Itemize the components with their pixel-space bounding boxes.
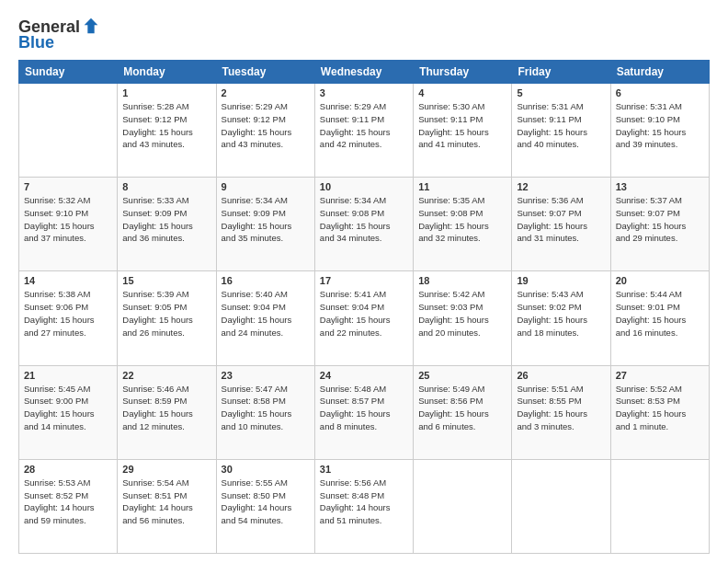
- day-info: Sunrise: 5:52 AM Sunset: 8:53 PM Dayligh…: [616, 383, 704, 433]
- calendar-cell: 22Sunrise: 5:46 AM Sunset: 8:59 PM Dayli…: [118, 365, 216, 459]
- calendar-cell: 6Sunrise: 5:31 AM Sunset: 9:10 PM Daylig…: [610, 84, 709, 178]
- day-info: Sunrise: 5:49 AM Sunset: 8:56 PM Dayligh…: [418, 383, 506, 433]
- col-header-wednesday: Wednesday: [314, 61, 413, 84]
- day-info: Sunrise: 5:45 AM Sunset: 9:00 PM Dayligh…: [24, 383, 112, 433]
- calendar-cell: 18Sunrise: 5:42 AM Sunset: 9:03 PM Dayli…: [414, 271, 512, 365]
- calendar-cell: 2Sunrise: 5:29 AM Sunset: 9:12 PM Daylig…: [216, 84, 314, 178]
- calendar-cell: 3Sunrise: 5:29 AM Sunset: 9:11 PM Daylig…: [314, 84, 413, 178]
- calendar-cell: 27Sunrise: 5:52 AM Sunset: 8:53 PM Dayli…: [610, 365, 709, 459]
- day-info: Sunrise: 5:55 AM Sunset: 8:50 PM Dayligh…: [222, 477, 310, 527]
- calendar-cell: 17Sunrise: 5:41 AM Sunset: 9:04 PM Dayli…: [314, 271, 413, 365]
- calendar-cell: 1Sunrise: 5:28 AM Sunset: 9:12 PM Daylig…: [118, 84, 216, 178]
- day-number: 13: [616, 181, 704, 192]
- day-number: 24: [320, 370, 408, 381]
- calendar-cell: [512, 459, 610, 553]
- day-number: 22: [122, 370, 210, 381]
- day-number: 7: [24, 181, 112, 192]
- day-info: Sunrise: 5:54 AM Sunset: 8:51 PM Dayligh…: [122, 477, 210, 527]
- day-info: Sunrise: 5:31 AM Sunset: 9:11 PM Dayligh…: [517, 100, 605, 151]
- col-header-sunday: Sunday: [19, 61, 118, 84]
- calendar-cell: 14Sunrise: 5:38 AM Sunset: 9:06 PM Dayli…: [19, 271, 118, 365]
- col-header-friday: Friday: [512, 61, 610, 84]
- day-info: Sunrise: 5:53 AM Sunset: 8:52 PM Dayligh…: [24, 477, 112, 527]
- header: General Blue: [18, 17, 710, 52]
- day-number: 15: [122, 275, 210, 286]
- day-info: Sunrise: 5:30 AM Sunset: 9:11 PM Dayligh…: [418, 100, 506, 151]
- day-number: 21: [24, 370, 112, 381]
- day-info: Sunrise: 5:36 AM Sunset: 9:07 PM Dayligh…: [517, 194, 605, 245]
- calendar-cell: 8Sunrise: 5:33 AM Sunset: 9:09 PM Daylig…: [118, 178, 216, 271]
- day-number: 10: [320, 181, 408, 192]
- calendar-cell: 11Sunrise: 5:35 AM Sunset: 9:08 PM Dayli…: [414, 178, 512, 271]
- day-number: 18: [418, 275, 506, 286]
- calendar-week-row: 1Sunrise: 5:28 AM Sunset: 9:12 PM Daylig…: [19, 84, 710, 178]
- day-number: 17: [320, 275, 408, 286]
- calendar-cell: [610, 459, 709, 553]
- day-info: Sunrise: 5:48 AM Sunset: 8:57 PM Dayligh…: [320, 383, 408, 433]
- calendar-cell: 9Sunrise: 5:34 AM Sunset: 9:09 PM Daylig…: [216, 178, 314, 271]
- calendar-cell: 28Sunrise: 5:53 AM Sunset: 8:52 PM Dayli…: [19, 459, 118, 553]
- day-number: 5: [517, 87, 605, 98]
- calendar-cell: 7Sunrise: 5:32 AM Sunset: 9:10 PM Daylig…: [19, 178, 118, 271]
- day-info: Sunrise: 5:35 AM Sunset: 9:08 PM Dayligh…: [418, 194, 506, 245]
- calendar-cell: 30Sunrise: 5:55 AM Sunset: 8:50 PM Dayli…: [216, 459, 314, 553]
- calendar-cell: 31Sunrise: 5:56 AM Sunset: 8:48 PM Dayli…: [314, 459, 413, 553]
- day-info: Sunrise: 5:29 AM Sunset: 9:11 PM Dayligh…: [320, 100, 408, 151]
- day-number: 16: [222, 275, 310, 286]
- day-info: Sunrise: 5:40 AM Sunset: 9:04 PM Dayligh…: [222, 288, 310, 339]
- day-number: 11: [418, 181, 506, 192]
- calendar-cell: 13Sunrise: 5:37 AM Sunset: 9:07 PM Dayli…: [610, 178, 709, 271]
- day-number: 29: [122, 464, 210, 475]
- calendar-table: SundayMondayTuesdayWednesdayThursdayFrid…: [18, 60, 710, 554]
- day-info: Sunrise: 5:33 AM Sunset: 9:09 PM Dayligh…: [122, 194, 210, 245]
- day-number: 4: [418, 87, 506, 98]
- day-info: Sunrise: 5:37 AM Sunset: 9:07 PM Dayligh…: [616, 194, 704, 245]
- calendar-cell: 12Sunrise: 5:36 AM Sunset: 9:07 PM Dayli…: [512, 178, 610, 271]
- calendar-cell: 21Sunrise: 5:45 AM Sunset: 9:00 PM Dayli…: [19, 365, 118, 459]
- day-info: Sunrise: 5:34 AM Sunset: 9:08 PM Dayligh…: [320, 194, 408, 245]
- calendar-cell: 16Sunrise: 5:40 AM Sunset: 9:04 PM Dayli…: [216, 271, 314, 365]
- day-info: Sunrise: 5:47 AM Sunset: 8:58 PM Dayligh…: [222, 383, 310, 433]
- day-info: Sunrise: 5:44 AM Sunset: 9:01 PM Dayligh…: [616, 288, 704, 339]
- calendar-cell: 4Sunrise: 5:30 AM Sunset: 9:11 PM Daylig…: [414, 84, 512, 178]
- svg-marker-0: [85, 18, 98, 34]
- calendar-cell: 26Sunrise: 5:51 AM Sunset: 8:55 PM Dayli…: [512, 365, 610, 459]
- day-info: Sunrise: 5:41 AM Sunset: 9:04 PM Dayligh…: [320, 288, 408, 339]
- calendar-week-row: 7Sunrise: 5:32 AM Sunset: 9:10 PM Daylig…: [19, 178, 710, 271]
- logo-icon: [81, 17, 101, 37]
- calendar-cell: 5Sunrise: 5:31 AM Sunset: 9:11 PM Daylig…: [512, 84, 610, 178]
- logo-blue: Blue: [18, 33, 54, 52]
- day-number: 8: [122, 181, 210, 192]
- logo: General Blue: [18, 17, 102, 52]
- day-number: 6: [616, 87, 704, 98]
- day-info: Sunrise: 5:31 AM Sunset: 9:10 PM Dayligh…: [616, 100, 704, 151]
- day-number: 26: [517, 370, 605, 381]
- day-info: Sunrise: 5:51 AM Sunset: 8:55 PM Dayligh…: [517, 383, 605, 433]
- day-number: 28: [24, 464, 112, 475]
- day-info: Sunrise: 5:29 AM Sunset: 9:12 PM Dayligh…: [222, 100, 310, 151]
- day-number: 20: [616, 275, 704, 286]
- calendar-cell: 25Sunrise: 5:49 AM Sunset: 8:56 PM Dayli…: [414, 365, 512, 459]
- calendar-cell: [19, 84, 118, 178]
- day-number: 3: [320, 87, 408, 98]
- calendar-cell: 24Sunrise: 5:48 AM Sunset: 8:57 PM Dayli…: [314, 365, 413, 459]
- day-info: Sunrise: 5:43 AM Sunset: 9:02 PM Dayligh…: [517, 288, 605, 339]
- day-info: Sunrise: 5:56 AM Sunset: 8:48 PM Dayligh…: [320, 477, 408, 527]
- day-number: 2: [222, 87, 310, 98]
- calendar-cell: 15Sunrise: 5:39 AM Sunset: 9:05 PM Dayli…: [118, 271, 216, 365]
- day-info: Sunrise: 5:46 AM Sunset: 8:59 PM Dayligh…: [122, 383, 210, 433]
- day-number: 31: [320, 464, 408, 475]
- calendar-cell: 23Sunrise: 5:47 AM Sunset: 8:58 PM Dayli…: [216, 365, 314, 459]
- calendar-week-row: 21Sunrise: 5:45 AM Sunset: 9:00 PM Dayli…: [19, 365, 710, 459]
- day-number: 1: [122, 87, 210, 98]
- calendar-cell: 20Sunrise: 5:44 AM Sunset: 9:01 PM Dayli…: [610, 271, 709, 365]
- day-number: 12: [517, 181, 605, 192]
- day-number: 25: [418, 370, 506, 381]
- day-info: Sunrise: 5:42 AM Sunset: 9:03 PM Dayligh…: [418, 288, 506, 339]
- calendar-week-row: 14Sunrise: 5:38 AM Sunset: 9:06 PM Dayli…: [19, 271, 710, 365]
- calendar-week-row: 28Sunrise: 5:53 AM Sunset: 8:52 PM Dayli…: [19, 459, 710, 553]
- day-info: Sunrise: 5:28 AM Sunset: 9:12 PM Dayligh…: [122, 100, 210, 151]
- day-info: Sunrise: 5:38 AM Sunset: 9:06 PM Dayligh…: [24, 288, 112, 339]
- col-header-tuesday: Tuesday: [216, 61, 314, 84]
- day-number: 9: [222, 181, 310, 192]
